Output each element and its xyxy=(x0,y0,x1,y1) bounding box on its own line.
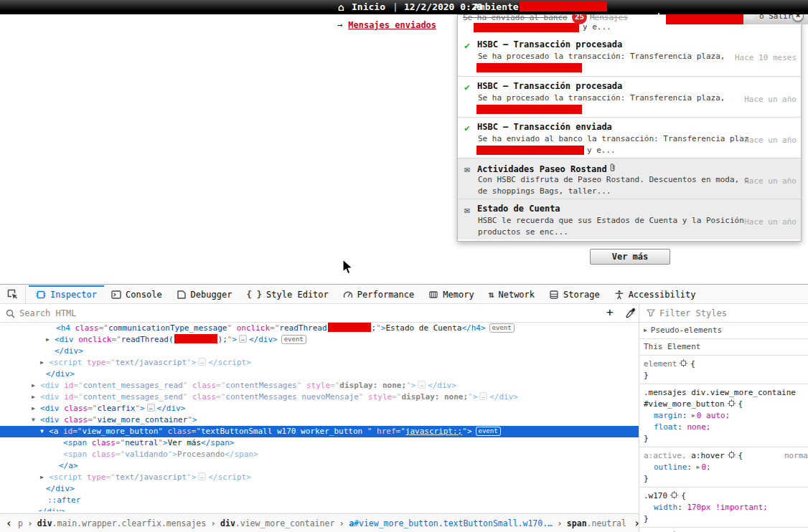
breadcrumb-separator: › xyxy=(206,518,220,528)
redacted-text xyxy=(474,23,579,32)
home-label[interactable]: Inicio xyxy=(352,1,385,12)
twisty-icon[interactable]: ▶ xyxy=(32,380,40,391)
markup-token: span xyxy=(68,438,88,447)
message-title: HSBC – Transacción enviada xyxy=(477,122,612,132)
markup-token: < xyxy=(49,427,54,436)
twisty-icon[interactable]: ▼ xyxy=(32,414,40,426)
markup-row[interactable]: </a> xyxy=(0,460,639,472)
twisty-icon[interactable]: ▶ xyxy=(32,403,40,414)
markup-token: style xyxy=(368,392,392,402)
add-node-button[interactable]: + xyxy=(606,305,614,319)
home-icon[interactable]: ⌂ xyxy=(338,1,344,13)
rule-selector[interactable]: a:active, a:hover{ xyxy=(644,450,804,462)
markup-token: > xyxy=(513,392,518,402)
filter-styles-input[interactable]: Filter Styles xyxy=(639,304,727,323)
breadcrumb-item[interactable]: p xyxy=(18,518,23,528)
css-rule[interactable]: .w170{width: 170px !important;} xyxy=(639,488,808,528)
markup-token: ); xyxy=(218,335,227,344)
markup-token: script xyxy=(54,358,83,367)
markup-token: … xyxy=(198,358,206,366)
ver-mas-button[interactable]: Ver más xyxy=(590,249,670,265)
markup-token: textButtonSmall w170 worker_button xyxy=(201,427,367,436)
debugger-icon xyxy=(177,290,187,300)
css-rule[interactable]: .mensajes div.view_more_containe#view_mo… xyxy=(639,384,808,447)
twisty-icon[interactable]: ▶ xyxy=(644,327,647,333)
markup-row[interactable]: ▶<div id="content_messages_send" class="… xyxy=(0,391,639,403)
css-rule[interactable]: element{} xyxy=(639,356,808,384)
breadcrumb-item[interactable]: a#view_more_button.textButtonSmall.w170.… xyxy=(349,518,553,528)
twisty-icon[interactable]: ▶ xyxy=(46,334,55,346)
rule-selector[interactable]: .mensajes div.view_more_containe#view_mo… xyxy=(644,387,804,410)
markup-token: " xyxy=(187,415,192,424)
twisty-icon[interactable]: ▶ xyxy=(40,472,49,483)
event-badge[interactable]: event xyxy=(489,323,515,333)
message-row[interactable]: ✔HSBC – Transacción enviadaSe ha enviado… xyxy=(458,117,801,158)
markup-row[interactable]: <h4 class="communicationType_message" on… xyxy=(0,323,639,334)
tab-network[interactable]: ⇅Network xyxy=(481,285,542,303)
twisty-icon[interactable]: ▶ xyxy=(40,357,49,369)
event-badge[interactable]: event xyxy=(476,427,501,436)
tab-inspector[interactable]: Inspector xyxy=(29,285,104,303)
tab-performance[interactable]: Performance xyxy=(336,285,421,303)
message-timestamp: Hace 10 meses xyxy=(735,53,797,62)
eyedropper-icon[interactable] xyxy=(626,308,636,320)
rules-subheader[interactable]: ▶Pseudo-elements xyxy=(639,323,808,339)
markup-row[interactable]: ▼<div class="view_more_container"> xyxy=(0,414,639,426)
markup-row[interactable]: </div> xyxy=(0,483,639,495)
markup-row[interactable]: </div> xyxy=(0,346,639,357)
markup-row[interactable]: ▶<div id="content_messages_read" class="… xyxy=(0,380,639,391)
breadcrumb-scroll-left-icon[interactable]: ‹ xyxy=(0,517,18,530)
markup-row-selected[interactable]: ▼<a id="view_more_button" class="textBut… xyxy=(0,426,639,437)
markup-row[interactable]: ▶<div onclick="readThread();">…</div>eve… xyxy=(0,334,639,346)
css-declaration[interactable]: width: 170px !important; xyxy=(644,502,804,513)
twisty-icon[interactable]: ▼ xyxy=(40,426,49,437)
page-content: →Mensajes enviados Se ha enviado al banc… xyxy=(0,14,808,284)
css-declaration[interactable]: outline: ▶0; xyxy=(644,462,804,473)
pick-element-icon[interactable] xyxy=(0,285,26,303)
css-rule[interactable]: .w170{width: 170px;} xyxy=(639,528,808,532)
download-icon[interactable] xyxy=(620,1,664,35)
rule-selector[interactable]: .w170{ xyxy=(644,490,804,502)
markup-token: text/javascript xyxy=(116,358,187,367)
markup-token: div xyxy=(45,381,60,390)
markup-row[interactable]: </div> xyxy=(0,506,639,511)
check-icon: ✔ xyxy=(464,123,470,133)
markup-row[interactable]: <span class="neutral">Ver más</span> xyxy=(0,437,639,449)
twisty-icon[interactable]: ▶ xyxy=(32,391,40,403)
markup-row[interactable]: <span class="validando">Procesando</span… xyxy=(0,449,639,460)
tab-storage[interactable]: Storage xyxy=(542,285,607,303)
breadcrumb-scroll-right-icon[interactable]: › xyxy=(628,517,639,530)
markup-row[interactable]: ▶<script type="text/javascript">…</scrip… xyxy=(0,472,639,483)
message-row[interactable]: ✉Actividades Paseo RostandCon HSBC disfr… xyxy=(458,158,801,199)
markup-row[interactable]: ::after xyxy=(0,495,639,506)
message-row[interactable]: ✔HSBC – Transacción procesadaSe ha proce… xyxy=(458,35,801,76)
message-row[interactable]: ✉Estado de CuentaHSBC le recuerda que su… xyxy=(458,199,801,239)
mensajes-enviados-label[interactable]: Mensajes enviados xyxy=(348,20,436,30)
markup-token: class xyxy=(192,381,216,390)
markup-token: =" xyxy=(73,381,83,390)
rule-source-link[interactable]: norma xyxy=(784,450,808,462)
tab-debugger[interactable]: Debugger xyxy=(169,285,240,303)
markup-row[interactable]: ▶<div class="clearfix">…</div> xyxy=(0,403,639,414)
breadcrumb-item[interactable]: span.neutral xyxy=(567,518,626,528)
mensajes-enviados-link[interactable]: →Mensajes enviados xyxy=(337,20,436,30)
message-row[interactable]: ✔HSBC – Transacción procesadaSe ha proce… xyxy=(458,76,801,117)
app-topbar: ⌂ Inicio | 12/2/2020 0:29 Ambiente: xyxy=(0,0,808,14)
markup-token: ::after xyxy=(47,495,80,505)
css-declaration[interactable]: float: none; xyxy=(644,422,804,433)
markup-token: > xyxy=(140,404,145,413)
breadcrumb-item[interactable]: div.main.wrapper.clearfix.mensajes xyxy=(37,518,206,528)
tab-accessibility[interactable]: Accessibility xyxy=(607,285,703,303)
markup-row[interactable]: ▶<script type="text/javascript">…</scrip… xyxy=(0,357,639,369)
markup-row[interactable]: </div> xyxy=(0,369,639,380)
rule-selector[interactable]: element{ xyxy=(644,358,804,370)
tab-style-editor[interactable]: { }Style Editor xyxy=(239,285,335,303)
tab-memory[interactable]: Memory xyxy=(421,285,481,303)
markup-token: class xyxy=(75,323,99,333)
css-rule[interactable]: a:active, a:hover{normaoutline: ▶0;} xyxy=(639,447,808,488)
breadcrumb-item[interactable]: div.view_more_container xyxy=(220,518,334,528)
css-declaration[interactable]: margin: ▶0 auto; xyxy=(644,410,804,422)
tab-console[interactable]: Console xyxy=(104,285,169,303)
search-html-input[interactable]: Search HTML xyxy=(0,304,639,323)
event-badge[interactable]: event xyxy=(281,335,306,344)
